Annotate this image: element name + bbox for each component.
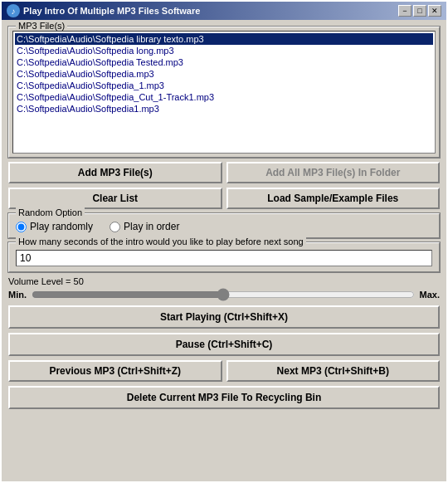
add-buttons-row: Add MP3 File(s) Add All MP3 File(s) In F…: [8, 162, 440, 183]
seconds-label: How many seconds of the intro would you …: [16, 237, 306, 246]
clear-load-row: Clear List Load Sample/Example Files: [8, 188, 440, 209]
close-button[interactable]: ✕: [428, 5, 441, 17]
list-item[interactable]: C:\Softpedia\Audio\Softpedia.mp3: [15, 68, 433, 80]
file-list-group: MP3 File(s) C:\Softpedia\Audio\Softpedia…: [8, 27, 440, 158]
delete-button[interactable]: Delete Current MP3 File To Recycling Bin: [8, 386, 440, 409]
clear-list-button[interactable]: Clear List: [8, 188, 222, 209]
random-option-group: Random Option Play randomly Play in orde…: [8, 213, 440, 238]
seconds-input[interactable]: [16, 250, 432, 266]
volume-min-label: Min.: [8, 290, 27, 300]
random-option-label: Random Option: [16, 207, 85, 217]
file-list-label: MP3 File(s): [16, 21, 67, 31]
window-controls: − □ ✕: [398, 5, 441, 17]
play-randomly-label: Play randomly: [30, 221, 93, 232]
content-area: MP3 File(s) C:\Softpedia\Audio\Softpedia…: [2, 20, 446, 481]
play-in-order-option[interactable]: Play in order: [110, 221, 179, 232]
play-in-order-label: Play in order: [124, 221, 179, 232]
volume-row: Min. Max.: [8, 288, 440, 301]
volume-slider[interactable]: [32, 288, 415, 301]
list-item[interactable]: C:\Softpedia\Audio\Softpedia long.mp3: [15, 45, 433, 56]
seconds-group: How many seconds of the intro would you …: [8, 242, 440, 272]
minimize-button[interactable]: −: [398, 5, 411, 17]
play-randomly-option[interactable]: Play randomly: [16, 221, 93, 232]
list-item[interactable]: C:\Softpedia\Audio\Softpedia1.mp3: [15, 103, 433, 115]
title-bar: ♪ Play Intro Of Multiple MP3 Files Softw…: [2, 2, 446, 20]
add-all-folder-button[interactable]: Add All MP3 File(s) In Folder: [226, 162, 441, 183]
list-item[interactable]: C:\Softpedia\Audio\Softpedia library tex…: [15, 33, 433, 45]
volume-label: Volume Level = 50: [8, 276, 440, 286]
list-item[interactable]: C:\Softpedia\Audio\Softpedia_Cut_1-Track…: [15, 91, 433, 103]
app-icon: ♪: [7, 4, 20, 17]
file-list[interactable]: C:\Softpedia\Audio\Softpedia library tex…: [12, 31, 436, 154]
play-in-order-radio[interactable]: [110, 222, 120, 232]
radio-row: Play randomly Play in order: [16, 221, 432, 232]
maximize-button[interactable]: □: [413, 5, 426, 17]
previous-button[interactable]: Previous MP3 (Ctrl+Shift+Z): [8, 360, 222, 382]
next-button[interactable]: Next MP3 (Ctrl+Shift+B): [226, 360, 441, 382]
title-bar-left: ♪ Play Intro Of Multiple MP3 Files Softw…: [7, 4, 200, 17]
play-randomly-radio[interactable]: [16, 222, 27, 232]
list-item[interactable]: C:\Softpedia\Audio\Softpedia_1.mp3: [15, 80, 433, 91]
volume-max-label: Max.: [420, 290, 440, 300]
load-sample-button[interactable]: Load Sample/Example Files: [226, 188, 441, 209]
volume-section: Volume Level = 50 Min. Max.: [8, 276, 440, 301]
pause-button[interactable]: Pause (Ctrl+Shift+C): [8, 333, 440, 356]
window-title: Play Intro Of Multiple MP3 Files Softwar…: [23, 6, 200, 16]
list-item[interactable]: C:\Softpedia\Audio\Softpedia Tested.mp3: [15, 56, 433, 68]
add-mp3-button[interactable]: Add MP3 File(s): [8, 162, 222, 183]
main-window: ♪ Play Intro Of Multiple MP3 Files Softw…: [0, 0, 448, 483]
prev-next-row: Previous MP3 (Ctrl+Shift+Z) Next MP3 (Ct…: [8, 360, 440, 382]
start-playing-button[interactable]: Start Playing (Ctrl+Shift+X): [8, 305, 440, 329]
